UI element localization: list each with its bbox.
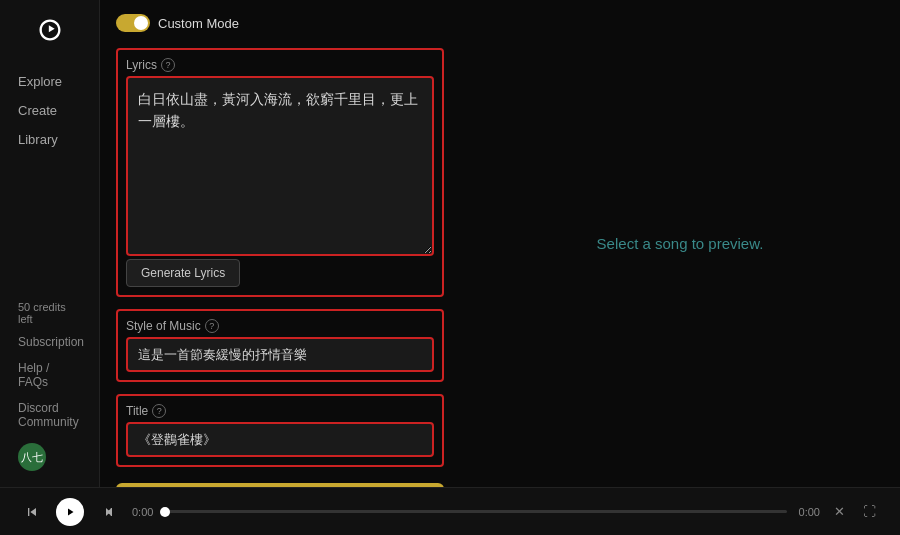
- credits-text: 50 credits left: [10, 301, 89, 325]
- player-right: 0:00 ✕ ⛶: [799, 502, 880, 521]
- help-link[interactable]: Help / FAQs: [10, 359, 89, 391]
- player-bar: 0:00 0:00 ✕ ⛶: [0, 487, 900, 535]
- custom-mode-label: Custom Mode: [158, 16, 239, 31]
- content-area: Custom Mode Lyrics ? Generate Lyrics Sty…: [100, 0, 900, 487]
- discord-link[interactable]: Discord Community: [10, 399, 89, 431]
- title-help-icon[interactable]: ?: [152, 404, 166, 418]
- lyrics-label: Lyrics ?: [126, 58, 434, 72]
- current-time: 0:00: [132, 506, 153, 518]
- subscription-link[interactable]: Subscription: [10, 333, 89, 351]
- next-button[interactable]: [96, 500, 120, 524]
- title-input[interactable]: [126, 422, 434, 457]
- lyrics-help-icon[interactable]: ?: [161, 58, 175, 72]
- toggle-knob: [134, 16, 148, 30]
- player-controls: [20, 498, 120, 526]
- app-logo[interactable]: [32, 12, 68, 48]
- generate-lyrics-button[interactable]: Generate Lyrics: [126, 259, 240, 287]
- sidebar-nav: Explore Create Library: [0, 68, 99, 153]
- preview-text: Select a song to preview.: [597, 235, 764, 252]
- close-button[interactable]: ✕: [830, 502, 849, 521]
- progress-dot: [160, 507, 170, 517]
- expand-button[interactable]: ⛶: [859, 502, 880, 521]
- sidebar-bottom: 50 credits left Subscription Help / FAQs…: [0, 301, 99, 475]
- style-label: Style of Music ?: [126, 319, 434, 333]
- lyrics-section: Lyrics ? Generate Lyrics: [116, 48, 444, 297]
- total-time: 0:00: [799, 506, 820, 518]
- lyrics-textarea[interactable]: [126, 76, 434, 256]
- title-label: Title ?: [126, 404, 434, 418]
- style-help-icon[interactable]: ?: [205, 319, 219, 333]
- title-section: Title ?: [116, 394, 444, 467]
- form-panel: Custom Mode Lyrics ? Generate Lyrics Sty…: [100, 0, 460, 487]
- prev-button[interactable]: [20, 500, 44, 524]
- avatar[interactable]: 八七: [18, 443, 46, 471]
- style-input[interactable]: [126, 337, 434, 372]
- style-section: Style of Music ?: [116, 309, 444, 382]
- sidebar-item-explore[interactable]: Explore: [10, 68, 89, 95]
- play-button[interactable]: [56, 498, 84, 526]
- sidebar-item-create[interactable]: Create: [10, 97, 89, 124]
- preview-panel: Select a song to preview.: [460, 0, 900, 487]
- sidebar: Explore Create Library 50 credits left S…: [0, 0, 100, 487]
- custom-mode-row: Custom Mode: [116, 14, 444, 32]
- custom-mode-toggle[interactable]: [116, 14, 150, 32]
- sidebar-item-library[interactable]: Library: [10, 126, 89, 153]
- main-layout: Explore Create Library 50 credits left S…: [0, 0, 900, 487]
- progress-bar[interactable]: [165, 510, 786, 513]
